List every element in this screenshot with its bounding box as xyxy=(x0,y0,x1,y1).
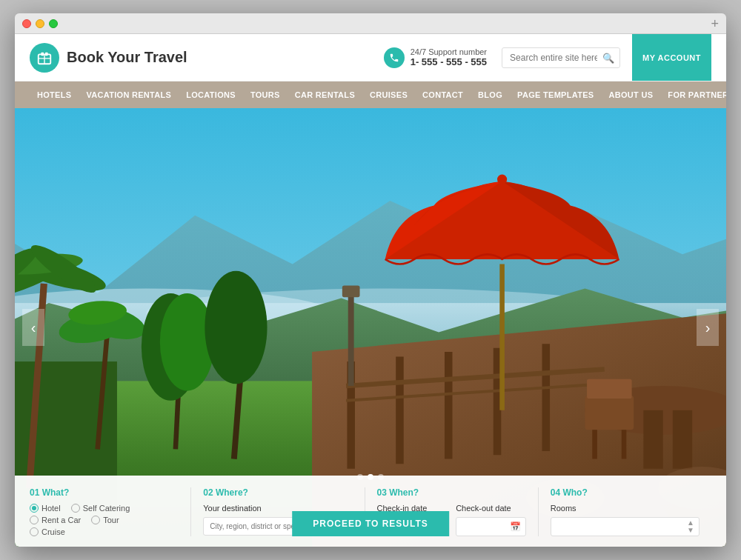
site-logo-text: Book Your Travel xyxy=(67,49,187,66)
nav-item-blog[interactable]: BLOG xyxy=(471,90,510,99)
checkout-label: Check-out date xyxy=(456,504,526,513)
checkout-field: Check-out date 📅 xyxy=(456,504,526,536)
support-number: 1- 555 - 555 - 555 xyxy=(411,56,487,67)
who-label: 04 Who? xyxy=(551,487,700,498)
where-label: 02 Where? xyxy=(203,487,352,498)
titlebar: + xyxy=(15,13,726,34)
svg-line-34 xyxy=(346,370,605,386)
nav-item-vacation-rentals[interactable]: VACATION RENTALS xyxy=(79,90,179,99)
option-rent-a-car[interactable]: Rent a Car xyxy=(30,516,81,524)
nav-item-page-templates[interactable]: PAGE TEMPLATES xyxy=(510,90,601,99)
nav-item-tours[interactable]: TOURS xyxy=(243,90,288,99)
new-tab-button[interactable]: + xyxy=(711,17,719,30)
rooms-label: Rooms xyxy=(551,504,700,513)
nav-item-hotels[interactable]: HOTELS xyxy=(30,90,79,99)
svg-rect-2 xyxy=(45,52,48,56)
nav-item-for-partners[interactable]: FOR PARTNERS xyxy=(660,90,726,99)
search-icon[interactable]: 🔍 xyxy=(602,52,614,63)
what-label: 01 What? xyxy=(30,487,179,498)
tour-radio[interactable] xyxy=(91,516,100,524)
option-cruise[interactable]: Cruise xyxy=(30,527,65,536)
cruise-label: Cruise xyxy=(41,527,65,536)
hero-section: ‹ › 01 What? xyxy=(15,108,726,547)
nav-item-cruises[interactable]: CRUISES xyxy=(362,90,415,99)
nav-item-car-rentals[interactable]: CAR RENTALS xyxy=(288,90,362,99)
proceed-button[interactable]: PROCEED TO RESULTS xyxy=(292,511,449,536)
svg-line-47 xyxy=(176,352,181,450)
cruise-radio[interactable] xyxy=(30,527,39,536)
svg-line-35 xyxy=(346,384,605,400)
chevron-right-icon: › xyxy=(705,319,711,336)
rent-car-radio[interactable] xyxy=(30,516,39,524)
search-section-what: 01 What? Hotel Self Catering xyxy=(30,487,191,536)
checkout-calendar-icon[interactable]: 📅 xyxy=(510,521,521,532)
when-label: 03 When? xyxy=(377,487,526,498)
support-label: 24/7 Support number xyxy=(411,47,487,56)
self-catering-label: Self Catering xyxy=(83,504,130,513)
svg-rect-38 xyxy=(673,410,692,469)
self-catering-radio[interactable] xyxy=(71,504,80,513)
svg-line-50 xyxy=(234,333,244,459)
phone-icon xyxy=(384,47,405,68)
sky-bg xyxy=(15,108,726,350)
option-self-catering[interactable]: Self Catering xyxy=(71,504,130,513)
nav-item-about-us[interactable]: ABOUT US xyxy=(602,90,661,99)
nav-item-contact[interactable]: CONTACT xyxy=(415,90,471,99)
rooms-wrap: ▲▼ xyxy=(551,517,700,536)
carousel-next-button[interactable]: › xyxy=(697,309,719,346)
my-account-button[interactable]: MY ACCOUNT xyxy=(632,34,711,81)
svg-rect-39 xyxy=(585,396,634,430)
rooms-input[interactable] xyxy=(551,517,700,536)
checkout-input-wrap: 📅 xyxy=(456,517,526,536)
svg-rect-37 xyxy=(643,410,662,469)
chevron-left-icon: ‹ xyxy=(31,319,36,336)
nav-item-locations[interactable]: LOCATIONS xyxy=(179,90,243,99)
support-info: 24/7 Support number 1- 555 - 555 - 555 xyxy=(384,47,487,68)
tour-label: Tour xyxy=(103,516,119,524)
support-text-block: 24/7 Support number 1- 555 - 555 - 555 xyxy=(411,47,487,67)
rooms-spinner-icon[interactable]: ▲▼ xyxy=(687,519,694,534)
svg-point-36 xyxy=(585,386,726,435)
svg-rect-1 xyxy=(41,52,44,56)
svg-rect-42 xyxy=(587,379,632,399)
search-wrap: 🔍 xyxy=(502,47,620,68)
maximize-button[interactable] xyxy=(49,19,58,28)
minimize-button[interactable] xyxy=(36,19,44,28)
hotel-label: Hotel xyxy=(41,504,61,513)
main-nav: HOTELS VACATION RENTALS LOCATIONS TOURS … xyxy=(15,81,726,108)
rent-car-label: Rent a Car xyxy=(41,516,81,524)
search-section-who: 04 Who? Rooms ▲▼ xyxy=(539,487,711,536)
logo-area: Book Your Travel xyxy=(30,43,384,73)
site-wrapper: Book Your Travel 24/7 Support number 1- … xyxy=(15,34,726,547)
close-button[interactable] xyxy=(22,19,31,28)
site-header: Book Your Travel 24/7 Support number 1- … xyxy=(15,34,726,81)
hotel-radio[interactable] xyxy=(30,504,39,513)
carousel-prev-button[interactable]: ‹ xyxy=(22,309,44,346)
option-hotel[interactable]: Hotel xyxy=(30,504,61,513)
svg-line-24 xyxy=(98,333,107,450)
option-tour[interactable]: Tour xyxy=(91,516,119,524)
what-options: Hotel Self Catering Rent a Car xyxy=(30,504,179,536)
logo-icon xyxy=(30,43,59,73)
